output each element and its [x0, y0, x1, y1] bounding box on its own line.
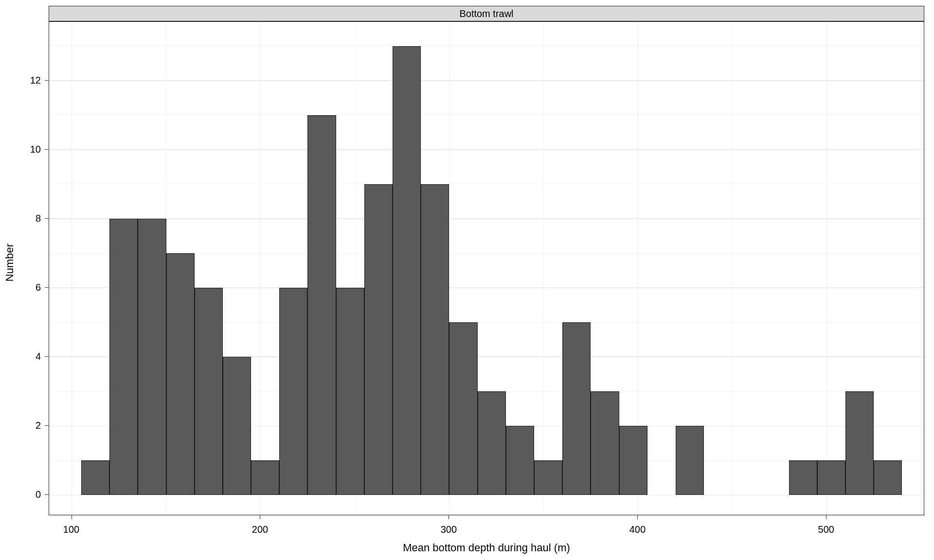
y-tick-label: 0 — [19, 489, 41, 500]
x-tick-mark — [449, 515, 449, 519]
histogram-bar — [817, 460, 845, 495]
grid-minor-v — [921, 22, 921, 515]
x-tick-label: 400 — [629, 524, 646, 535]
histogram-bar — [562, 322, 591, 495]
y-tick-mark — [45, 287, 49, 288]
grid-major-v — [826, 22, 827, 515]
grid-major-h — [49, 80, 924, 81]
grid-major-h — [49, 149, 924, 150]
y-tick-label: 12 — [19, 74, 41, 86]
y-tick-mark — [45, 356, 49, 357]
histogram-bar — [449, 322, 477, 495]
histogram-bar — [223, 357, 251, 495]
y-tick-mark — [45, 494, 49, 495]
histogram-bar — [534, 460, 562, 495]
histogram-bar — [364, 184, 393, 495]
histogram-bar — [307, 115, 336, 495]
histogram-bar — [789, 460, 817, 495]
grid-minor-h — [49, 184, 924, 184]
x-tick-label: 200 — [252, 524, 268, 535]
grid-major-h — [49, 218, 924, 219]
histogram-bar — [138, 219, 166, 495]
y-tick-label: 10 — [19, 143, 41, 155]
histogram-bar — [874, 460, 902, 495]
x-tick-labels: 100200300400500 — [0, 524, 934, 538]
grid-minor-v — [732, 22, 733, 515]
histogram-bar — [81, 460, 109, 495]
histogram-bar — [109, 219, 138, 495]
y-axis-title: Number — [3, 0, 17, 525]
histogram-bar — [591, 391, 619, 495]
histogram-bar — [421, 184, 449, 495]
y-axis-title-text: Number — [3, 244, 16, 281]
y-tick-label: 8 — [19, 212, 41, 224]
y-tick-label: 2 — [19, 420, 41, 431]
histogram-bar — [619, 426, 647, 495]
x-tick-mark — [72, 515, 72, 519]
grid-major-v — [260, 22, 261, 515]
grid-major-v — [72, 22, 72, 515]
histogram-bar — [506, 426, 534, 495]
x-axis-title: Mean bottom depth during haul (m) — [49, 542, 924, 554]
y-tick-mark — [45, 149, 49, 150]
y-tick-label: 4 — [19, 351, 41, 362]
y-tick-mark — [45, 80, 49, 81]
y-tick-mark — [45, 218, 49, 219]
x-tick-mark — [826, 515, 826, 519]
histogram-bar — [279, 288, 307, 495]
x-tick-label: 300 — [441, 524, 457, 535]
facet-label: Bottom trawl — [459, 8, 513, 19]
chart-figure: Number 024681012 Bottom trawl 1002003004… — [0, 0, 934, 560]
x-tick-label: 500 — [818, 524, 834, 535]
histogram-bar — [478, 391, 506, 495]
grid-minor-h — [49, 46, 924, 46]
grid-minor-h — [49, 115, 924, 115]
y-tick-labels: 024681012 — [19, 0, 43, 525]
x-tick-label: 100 — [63, 524, 79, 535]
y-tick-label: 6 — [19, 282, 41, 293]
histogram-bar — [845, 391, 874, 495]
histogram-bar — [166, 253, 195, 495]
histogram-bar — [251, 460, 279, 495]
histogram-bar — [676, 426, 704, 495]
facet-strip: Bottom trawl — [49, 6, 924, 21]
plot-area — [49, 21, 924, 515]
x-tick-mark — [260, 515, 260, 519]
histogram-bar — [336, 288, 364, 495]
grid-minor-v — [543, 22, 544, 515]
histogram-bar — [393, 46, 421, 495]
histogram-bar — [195, 288, 223, 495]
x-tick-mark — [637, 515, 638, 519]
y-tick-mark — [45, 425, 49, 426]
